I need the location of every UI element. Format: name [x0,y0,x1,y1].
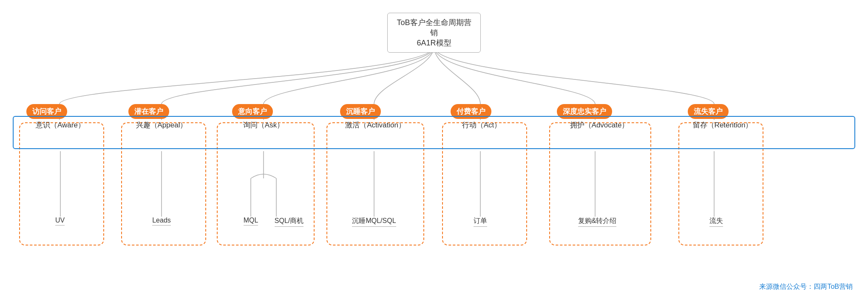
aware-item-6: 留存（Retention） [680,120,765,130]
aware-item-5: 拥护（Advocate） [555,120,644,130]
aware-item-1: 兴趣（Appeal） [123,120,200,130]
aware-item-0: 意识（Aware） [22,120,99,130]
root-line2: 6A1R模型 [417,39,451,47]
aware-item-3: 激活（Activation） [329,120,421,130]
root-line1: ToB客户全生命周期营销 [397,18,471,37]
aware-item-4: 行动（Act） [450,120,513,130]
aware-item-2: 询问（Ask） [225,120,302,130]
source-text: 来源微信公众号：四两ToB营销 [759,282,853,291]
diagram-container: ToB客户全生命周期营销 6A1R模型 访问客户 潜在客户 意向客户 沉睡客户 … [0,0,868,299]
root-node: ToB客户全生命周期营销 6A1R模型 [387,13,481,53]
